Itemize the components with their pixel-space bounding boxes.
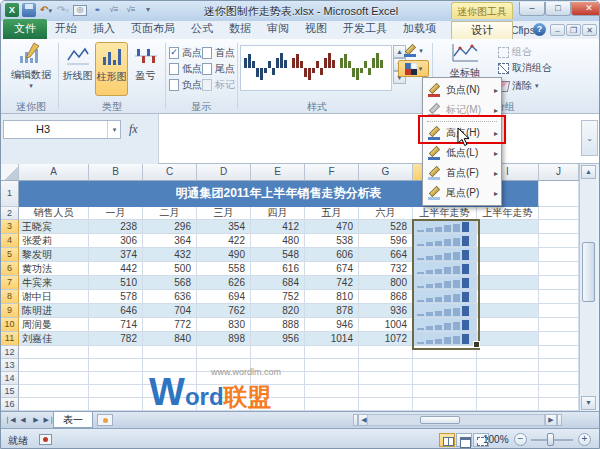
prev-sheet-icon[interactable]: ◀ [17,414,29,426]
cell-empty[interactable] [539,234,579,248]
insert-worksheet-icon[interactable] [97,414,113,426]
menu-item-低点[interactable]: 低点(L)▸ [423,143,501,163]
sparkline-cell[interactable] [413,220,477,234]
checkbox-checked-icon[interactable]: ✓ [169,47,179,59]
cell-value[interactable]: 364 [143,234,197,248]
show-option-低点[interactable]: 低点 [169,61,202,76]
cell-value[interactable]: 422 [197,234,251,248]
checkbox-icon[interactable] [202,63,212,75]
ribbon-tab-9[interactable]: 加载项 [395,19,444,39]
workbook-minimize-icon[interactable]: – [550,24,565,36]
cell-empty[interactable] [143,385,197,398]
scroll-up-icon[interactable]: ▲ [581,165,596,179]
cell-empty[interactable] [359,398,413,411]
cell-value[interactable]: 888 [251,318,305,332]
cell-empty[interactable] [143,398,197,411]
cell-name[interactable]: 刘嘉佳 [19,332,89,346]
cell-value[interactable]: 800 [359,276,413,290]
zoom-level[interactable]: 100% [483,434,509,445]
cell-empty[interactable] [197,372,251,385]
sparkline-cell[interactable] [413,262,477,276]
maximize-button[interactable]: □ [545,2,571,16]
show-option-尾点[interactable]: 尾点 [202,61,235,76]
sparkline-cell[interactable] [413,332,477,346]
cell-empty[interactable] [477,398,539,411]
cell-empty[interactable] [251,372,305,385]
cell-value[interactable]: 412 [251,220,305,234]
save-icon[interactable] [22,3,36,17]
row-header-3[interactable]: 3 [1,220,19,234]
cell-empty[interactable] [477,372,539,385]
cell-value[interactable]: 946 [305,318,359,332]
macro-record-icon[interactable] [39,434,52,445]
sparkline-cell[interactable] [413,318,477,332]
camera-icon[interactable]: ◎ [73,5,87,16]
formula-check-icon-2[interactable]: √≡ [124,3,138,17]
cell-empty[interactable] [477,276,539,290]
cell-value[interactable]: 684 [251,276,305,290]
cell-empty[interactable] [89,385,143,398]
cell-empty[interactable] [539,332,579,346]
ungroup-button[interactable]: 取消组合 [498,61,552,75]
cell-empty[interactable] [89,346,143,359]
line-sparkline-button[interactable]: 折线图 [61,42,94,96]
tab-design[interactable]: 设计 [451,21,513,39]
checkbox-icon[interactable] [169,79,179,91]
normal-view-button[interactable] [439,433,455,447]
row-header-4[interactable]: 4 [1,234,19,248]
cell-value[interactable]: 490 [197,248,251,262]
page-layout-view-button[interactable] [456,433,472,447]
cell-empty[interactable] [143,346,197,359]
ribbon-tab-8[interactable]: 开发工具 [335,19,395,39]
vertical-scrollbar[interactable]: ▲ ▼ [579,164,596,411]
column-header-B[interactable]: B [89,164,143,181]
cell-name[interactable]: 黄功法 [19,262,89,276]
cell-name[interactable]: 周润曼 [19,318,89,332]
cell-empty[interactable] [251,359,305,372]
column-sparkline-button[interactable]: 柱形图 [95,42,128,96]
cell-empty[interactable] [19,346,89,359]
select-all-corner[interactable] [1,164,19,181]
cell-value[interactable]: 432 [143,248,197,262]
cell-value[interactable]: 732 [359,262,413,276]
vertical-scroll-thumb[interactable] [582,242,595,302]
menu-item-尾点[interactable]: 尾点(P)▸ [423,183,501,203]
cell-empty[interactable] [477,290,539,304]
cell-empty[interactable] [539,207,579,220]
sparkline-cell[interactable] [413,276,477,290]
cell-empty[interactable] [305,372,359,385]
cell-value[interactable]: 306 [89,234,143,248]
cell-empty[interactable] [539,276,579,290]
cell-empty[interactable] [305,385,359,398]
cell-empty[interactable] [539,372,579,385]
row-header-15[interactable]: 15 [1,385,19,398]
cell-empty[interactable] [251,398,305,411]
sheet-tab-active[interactable]: 表一 [53,412,93,428]
row-header-1[interactable]: 1 [1,181,19,207]
cell-value[interactable]: 374 [89,248,143,262]
cell-empty[interactable] [477,332,539,346]
cell-empty[interactable] [539,181,579,207]
cell-value[interactable]: 528 [359,220,413,234]
cell-value[interactable]: 578 [89,290,143,304]
cell-empty[interactable] [539,290,579,304]
cell-value[interactable]: 538 [305,234,359,248]
sparkline-cell[interactable] [413,234,477,248]
hscroll-right-icon[interactable]: ▶ [545,414,557,426]
cell-empty[interactable] [477,304,539,318]
cell-empty[interactable] [477,359,539,372]
tab-split-handle-right[interactable] [557,414,562,426]
cell-value[interactable]: 636 [143,290,197,304]
row-header-11[interactable]: 11 [1,332,19,346]
column-header-C[interactable]: C [143,164,197,181]
first-sheet-icon[interactable]: ❘◀ [4,414,16,426]
checkbox-icon[interactable] [202,47,212,59]
column-header-A[interactable]: A [19,164,89,181]
row-header-12[interactable]: 12 [1,346,19,359]
cell-value[interactable]: 772 [143,318,197,332]
cell-empty[interactable] [539,304,579,318]
row-header-14[interactable]: 14 [1,372,19,385]
row-header-6[interactable]: 6 [1,262,19,276]
cell-empty[interactable] [305,346,359,359]
cell-empty[interactable] [197,359,251,372]
